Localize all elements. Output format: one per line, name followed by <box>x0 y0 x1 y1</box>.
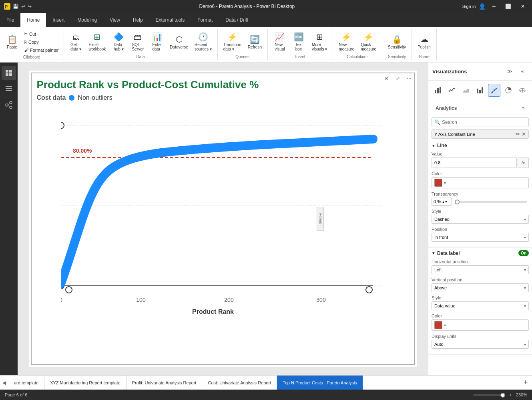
ribbon-group-queries: ⚡ Transformdata ▾ 🔄 Refresh Queries <box>218 29 268 61</box>
text-box-button[interactable]: 🔤 Textbox <box>290 30 308 53</box>
v-position-label: Vertical position <box>432 277 529 282</box>
tab-dashboard-template[interactable]: ard template <box>8 376 44 390</box>
viz-bar-chart[interactable] <box>432 84 444 97</box>
zoom-slider[interactable] <box>473 394 505 396</box>
tab-view[interactable]: View <box>103 13 126 27</box>
tab-home[interactable]: Home <box>20 13 46 27</box>
format-painter-button[interactable]: 🖌 Format painter <box>22 47 60 53</box>
new-measure-icon: ⚡ <box>341 32 351 42</box>
constant-line-close-icon[interactable]: ✕ <box>522 131 526 137</box>
viz-area-chart[interactable] <box>460 84 472 97</box>
analytics-search-box: 🔍 <box>432 117 529 127</box>
publish-button[interactable]: ☁ Publish <box>415 33 433 51</box>
v-position-dropdown[interactable]: Above ▾ <box>432 283 529 292</box>
legend-dot <box>69 95 74 101</box>
transparency-slider[interactable] <box>455 201 527 203</box>
data-hub-button[interactable]: 🔷 Datahub ▾ <box>110 30 127 53</box>
chart-more-icon[interactable]: ⋯ <box>404 74 414 83</box>
new-visual-button[interactable]: 📈 Newvisual <box>271 30 289 53</box>
panel-scroll[interactable]: 🔍 Y-Axis Constant Line ✏ ✕ ▼ Line Value <box>428 115 532 375</box>
ribbon-group-data: 🗂 Getdata ▾ ⊞ Excelworkbook 🔷 Datahub ▾ … <box>64 29 218 61</box>
transform-button[interactable]: ⚡ Transformdata ▾ <box>221 30 244 53</box>
display-units-dropdown[interactable]: Auto ▾ <box>432 340 529 349</box>
calculations-label: Calculations <box>347 53 368 59</box>
tab-profit-univariate[interactable]: Profit: Univariate Analysis Report <box>126 376 203 390</box>
excel-button[interactable]: ⊞ Excelworkbook <box>86 30 108 53</box>
tab-top-n-product-costs[interactable]: Top N Product Costs : Pareto Analysis <box>277 376 363 390</box>
zoom-in-button[interactable]: + <box>508 392 513 397</box>
refresh-button[interactable]: 🔄 Refresh <box>245 33 264 51</box>
tab-cost-univariate[interactable]: Cost: Univariate Analysis Report <box>202 376 277 390</box>
copy-button[interactable]: ⎘ Copy <box>22 39 60 45</box>
transparency-value: 0 % <box>434 199 441 204</box>
tab-label: Top N Product Costs : Pareto Analysis <box>283 380 357 385</box>
tab-external-tools[interactable]: External tools <box>149 13 191 27</box>
more-visuals-button[interactable]: ⊞ Morevisuals ▾ <box>309 30 329 53</box>
sql-server-button[interactable]: 🗃 SQLServer <box>129 31 147 53</box>
maximize-button[interactable]: ⬜ <box>502 3 514 10</box>
add-page-button[interactable]: + <box>519 376 532 390</box>
tab-xyz-manufacturing[interactable]: XYZ Manufacturing Report template <box>44 376 126 390</box>
text-box-icon: 🔤 <box>294 32 304 42</box>
close-button[interactable]: ✕ <box>518 3 528 10</box>
zoom-out-button[interactable]: − <box>465 392 471 397</box>
analytics-collapse-icon[interactable]: « <box>518 102 529 113</box>
table-view-icon[interactable] <box>2 82 16 96</box>
paste-button[interactable]: 📋 Paste <box>3 33 21 51</box>
tab-modeling[interactable]: Modeling <box>71 13 103 27</box>
value-input[interactable] <box>432 158 517 168</box>
minimize-button[interactable]: ─ <box>489 3 499 10</box>
viz-scatter-chart[interactable] <box>488 84 500 97</box>
data-label-section-header[interactable]: ▼ Data label <box>432 251 460 256</box>
tab-insert[interactable]: Insert <box>46 13 71 27</box>
h-position-dropdown[interactable]: Left ▾ <box>432 265 529 274</box>
quick-access-undo[interactable]: ↩ <box>21 4 25 9</box>
panel-expand-icon[interactable]: ≫ <box>504 66 515 77</box>
new-measure-button[interactable]: ⚡ Newmeasure <box>336 30 357 53</box>
quick-access-save[interactable]: 💾 <box>13 4 19 9</box>
sensitivity-button[interactable]: 🔒 Sensitivity <box>385 33 408 51</box>
viz-map[interactable] <box>516 84 529 97</box>
transparency-input[interactable]: 0 % ▲▼ <box>432 198 452 206</box>
share-items: ☁ Publish <box>415 30 433 53</box>
chart-filter-icon[interactable]: ⊗ <box>382 74 391 83</box>
viz-column-chart[interactable] <box>474 84 486 97</box>
chart-focus-icon[interactable]: ⤢ <box>393 74 403 83</box>
svg-line-14 <box>8 105 10 107</box>
quick-measure-button[interactable]: ⚡ Quickmeasure <box>358 30 379 53</box>
report-view-icon[interactable] <box>2 66 16 80</box>
avatar-icon[interactable]: 👤 <box>479 3 486 10</box>
tab-format[interactable]: Format <box>191 13 219 27</box>
ribbon-content: 📋 Paste ✂ Cut ⎘ Copy 🖌 Format painter <box>0 27 532 63</box>
style-dropdown[interactable]: Dashed ▾ <box>432 215 529 224</box>
viz-line-chart[interactable] <box>446 84 458 97</box>
quick-access-redo[interactable]: ↪ <box>28 4 32 9</box>
tab-file[interactable]: File <box>0 13 20 27</box>
data-label-toggle[interactable]: On <box>518 250 529 256</box>
position-dropdown[interactable]: In front ▾ <box>432 233 529 242</box>
tab-data-drill[interactable]: Data / Drill <box>219 13 254 27</box>
value-label: Value <box>432 152 529 156</box>
dl-color-swatch <box>434 321 442 329</box>
get-data-button[interactable]: 🗂 Getdata ▾ <box>67 31 85 53</box>
analytics-search-input[interactable] <box>442 119 526 125</box>
fx-button[interactable]: fx <box>518 158 529 168</box>
filters-panel-handle[interactable]: Filters <box>317 207 324 231</box>
color-picker[interactable]: ▾ <box>432 177 529 188</box>
constant-line-edit-icon[interactable]: ✏ <box>516 131 520 137</box>
dataverse-button[interactable]: ⬡ Dataverse <box>167 33 191 51</box>
recent-sources-button[interactable]: 🕐 Recentsources ▾ <box>192 30 214 53</box>
viz-pie-chart[interactable] <box>502 84 514 97</box>
line-section-header[interactable]: ▼ Line <box>432 143 529 148</box>
panel-collapse-icon[interactable]: « <box>517 66 528 77</box>
dl-style-dropdown[interactable]: Data value ▾ <box>432 301 529 310</box>
cut-button[interactable]: ✂ Cut <box>22 30 60 37</box>
model-view-icon[interactable] <box>2 98 16 112</box>
format-painter-icon: 🖌 <box>24 48 28 53</box>
dl-color-picker[interactable]: ▾ <box>432 319 529 331</box>
dl-style-label: Style <box>432 295 529 300</box>
tab-prev-button[interactable]: ◀ <box>0 380 8 386</box>
sign-in-button[interactable]: Sign in <box>462 4 476 9</box>
enter-data-button[interactable]: 📊 Enterdata <box>148 30 166 53</box>
tab-help[interactable]: Help <box>126 13 149 27</box>
